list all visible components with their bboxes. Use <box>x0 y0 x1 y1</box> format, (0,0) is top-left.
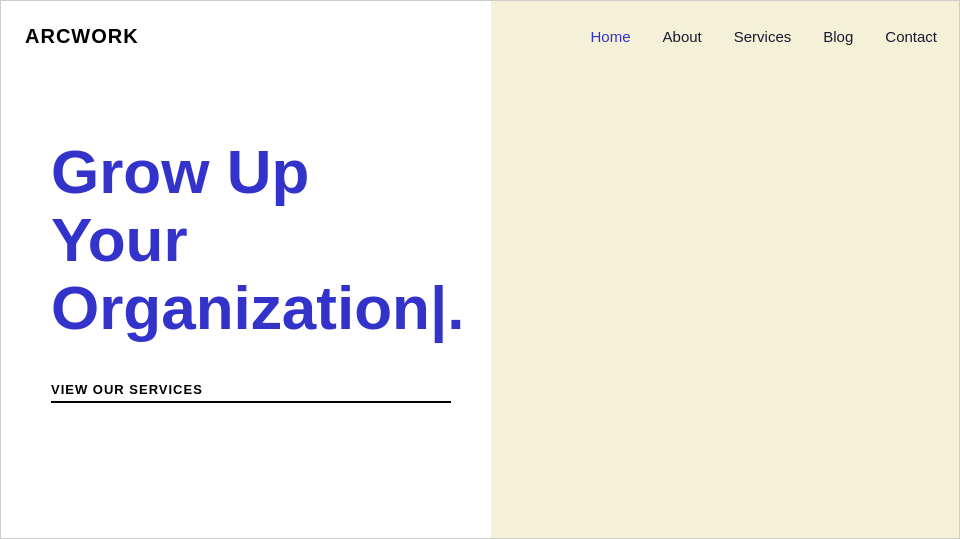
right-panel <box>491 1 960 539</box>
nav-item-about[interactable]: About <box>663 28 702 45</box>
hero-title-line2: Organization|. <box>51 273 464 342</box>
logo: ARCWORK <box>25 25 139 48</box>
navigation: Home About Services Blog Contact <box>591 28 937 45</box>
hero-title: Grow Up Your Organization|. <box>51 138 451 343</box>
main-content: Grow Up Your Organization|. VIEW OUR SER… <box>1 1 960 539</box>
hero-title-line1: Grow Up Your <box>51 137 309 274</box>
nav-item-services[interactable]: Services <box>734 28 792 45</box>
nav-item-home[interactable]: Home <box>591 28 631 45</box>
page-wrapper: ARCWORK Home About Services Blog Contact… <box>1 1 960 539</box>
nav-item-contact[interactable]: Contact <box>885 28 937 45</box>
cta-link[interactable]: VIEW OUR SERVICES <box>51 382 451 403</box>
header: ARCWORK Home About Services Blog Contact <box>1 1 960 71</box>
nav-item-blog[interactable]: Blog <box>823 28 853 45</box>
left-panel: Grow Up Your Organization|. VIEW OUR SER… <box>1 1 491 539</box>
